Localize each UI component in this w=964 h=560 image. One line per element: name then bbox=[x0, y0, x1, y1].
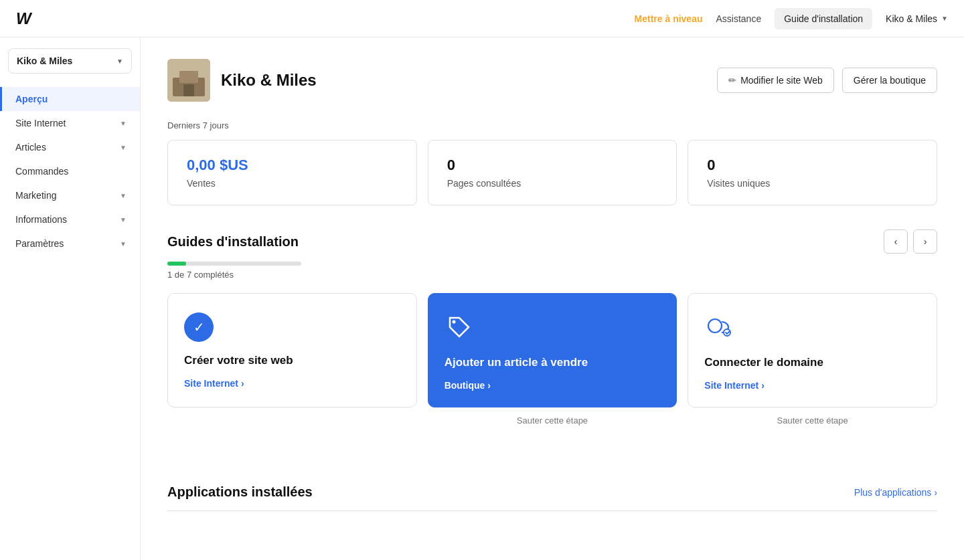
stat-card-visites: 0 Visites uniques bbox=[688, 140, 937, 205]
sidebar-item-site-internet[interactable]: Site Internet ▼ bbox=[0, 111, 140, 135]
sidebar-item-parametres[interactable]: Paramètres ▼ bbox=[0, 231, 140, 256]
arrow-right-icon: › bbox=[487, 380, 491, 391]
svg-point-5 bbox=[708, 319, 722, 333]
guide-installation-button[interactable]: Guide d'installation bbox=[775, 8, 872, 29]
upgrade-link[interactable]: Mettre à niveau bbox=[635, 13, 703, 24]
sidebar-item-informations[interactable]: Informations ▼ bbox=[0, 207, 140, 231]
check-circle-icon: ✓ bbox=[184, 312, 214, 342]
stat-label-visites: Visites uniques bbox=[707, 178, 918, 189]
apps-section-header: Applications installées Plus d'applicati… bbox=[167, 484, 937, 500]
site-name: Kiko & Miles bbox=[221, 71, 317, 90]
site-header: Kiko & Miles ✏ Modifier le site Web Gére… bbox=[167, 59, 937, 102]
sidebar-item-label: Marketing bbox=[15, 190, 120, 201]
guide-link-boutique[interactable]: Boutique › bbox=[445, 380, 661, 391]
period-label: Derniers 7 jours bbox=[167, 120, 937, 130]
apps-section: Applications installées Plus d'applicati… bbox=[167, 484, 937, 511]
main-layout: Kiko & Miles ▼ Aperçu Site Internet ▼ Ar… bbox=[0, 37, 964, 560]
top-navigation: W Mettre à niveau Assistance Guide d'ins… bbox=[0, 0, 964, 37]
stat-value-pages: 0 bbox=[447, 157, 658, 174]
chevron-right-icon: ▼ bbox=[120, 120, 127, 127]
chevron-right-icon: ▼ bbox=[120, 192, 127, 199]
progress-bar-fill bbox=[167, 262, 186, 266]
guides-section: Guides d'installation ‹ › 1 de 7 complét… bbox=[167, 229, 937, 452]
sidebar-item-label: Paramètres bbox=[15, 238, 120, 249]
apps-more-link[interactable]: Plus d'applications › bbox=[854, 487, 937, 498]
site-actions: ✏ Modifier le site Web Gérer la boutique bbox=[717, 68, 937, 93]
stat-value-visites: 0 bbox=[707, 157, 918, 174]
sidebar-item-marketing[interactable]: Marketing ▼ bbox=[0, 183, 140, 207]
guide-link-creer[interactable]: Site Internet › bbox=[184, 378, 400, 389]
assistance-link[interactable]: Assistance bbox=[716, 13, 762, 24]
chevron-down-icon: ▼ bbox=[116, 58, 123, 65]
guide-cards: ✓ Créer votre site web Site Internet › bbox=[167, 293, 937, 407]
svg-point-4 bbox=[452, 320, 455, 324]
chevron-right-icon: ▼ bbox=[120, 240, 127, 248]
guide-icon-tag bbox=[445, 312, 661, 344]
guide-card-connecter-domaine: Connecter le domaine Site Internet › bbox=[688, 293, 937, 407]
guide-card-ajouter-article: Ajouter un article à vendre Boutique › bbox=[428, 293, 677, 407]
guide-link-label: Boutique bbox=[445, 380, 485, 391]
user-menu[interactable]: Kiko & Miles ▼ bbox=[886, 13, 948, 24]
guide-next-button[interactable]: › bbox=[913, 229, 937, 254]
topnav-right: Mettre à niveau Assistance Guide d'insta… bbox=[635, 8, 948, 29]
progress-container: 1 de 7 complétés bbox=[167, 262, 937, 280]
guide-icon-domain bbox=[704, 312, 920, 344]
sidebar-item-label: Commandes bbox=[15, 166, 127, 177]
arrow-right-icon: › bbox=[934, 487, 937, 498]
sidebar-item-label: Informations bbox=[15, 214, 120, 225]
svg-rect-3 bbox=[183, 84, 194, 96]
apps-more-label: Plus d'applications bbox=[854, 487, 932, 498]
site-thumbnail bbox=[167, 59, 210, 102]
edit-site-button[interactable]: ✏ Modifier le site Web bbox=[717, 68, 834, 93]
guide-link-label: Site Internet bbox=[704, 380, 758, 391]
apps-divider bbox=[167, 510, 937, 511]
pencil-icon: ✏ bbox=[728, 75, 736, 86]
guide-link-domaine[interactable]: Site Internet › bbox=[704, 380, 920, 391]
edit-site-label: Modifier le site Web bbox=[740, 75, 823, 86]
guide-card-creer-site: ✓ Créer votre site web Site Internet › bbox=[167, 293, 417, 407]
sidebar-item-label: Articles bbox=[15, 142, 120, 153]
skip-step-ajouter[interactable]: Sauter cette étape bbox=[428, 415, 677, 426]
sidebar-item-apercu[interactable]: Aperçu bbox=[0, 87, 140, 111]
svg-rect-2 bbox=[179, 71, 198, 83]
chevron-down-icon: ▼ bbox=[941, 15, 948, 22]
sidebar-item-label: Site Internet bbox=[15, 118, 120, 128]
stat-card-pages: 0 Pages consultées bbox=[428, 140, 677, 205]
stat-label-pages: Pages consultées bbox=[447, 178, 658, 189]
chevron-right-icon: ▼ bbox=[120, 144, 127, 151]
guides-section-title: Guides d'installation bbox=[167, 234, 299, 250]
site-info: Kiko & Miles bbox=[167, 59, 317, 102]
guide-navigation: ‹ › bbox=[884, 229, 937, 254]
main-content: Kiko & Miles ✏ Modifier le site Web Gére… bbox=[141, 37, 964, 560]
guide-card-title: Créer votre site web bbox=[184, 354, 400, 367]
sidebar-item-label: Aperçu bbox=[15, 94, 127, 104]
sidebar-item-articles[interactable]: Articles ▼ bbox=[0, 135, 140, 159]
progress-bar-background bbox=[167, 262, 301, 266]
guide-card-title: Ajouter un article à vendre bbox=[445, 356, 661, 369]
guide-card-title: Connecter le domaine bbox=[704, 356, 920, 369]
apps-section-title: Applications installées bbox=[167, 484, 313, 500]
stats-row: 0,00 $US Ventes 0 Pages consultées 0 Vis… bbox=[167, 140, 937, 205]
sidebar: Kiko & Miles ▼ Aperçu Site Internet ▼ Ar… bbox=[0, 37, 141, 560]
skip-step-domaine[interactable]: Sauter cette étape bbox=[688, 415, 937, 426]
stat-card-ventes: 0,00 $US Ventes bbox=[167, 140, 417, 205]
progress-text: 1 de 7 complétés bbox=[167, 270, 937, 280]
manage-store-button[interactable]: Gérer la boutique bbox=[842, 68, 937, 93]
store-selector-label: Kiko & Miles bbox=[17, 56, 72, 66]
guides-section-header: Guides d'installation ‹ › bbox=[167, 229, 937, 254]
arrow-right-icon: › bbox=[761, 380, 765, 391]
guide-link-label: Site Internet bbox=[184, 378, 238, 389]
svg-point-6 bbox=[724, 329, 730, 336]
app-logo: W bbox=[16, 9, 31, 28]
guide-icon-check: ✓ bbox=[184, 312, 400, 342]
chevron-right-icon: ▼ bbox=[120, 216, 127, 223]
stat-value-ventes: 0,00 $US bbox=[187, 157, 398, 174]
store-selector[interactable]: Kiko & Miles ▼ bbox=[8, 48, 132, 74]
user-name: Kiko & Miles bbox=[886, 13, 937, 24]
stat-label-ventes: Ventes bbox=[187, 178, 398, 189]
arrow-right-icon: › bbox=[241, 378, 244, 389]
guide-prev-button[interactable]: ‹ bbox=[884, 229, 908, 254]
sidebar-item-commandes[interactable]: Commandes bbox=[0, 159, 140, 183]
